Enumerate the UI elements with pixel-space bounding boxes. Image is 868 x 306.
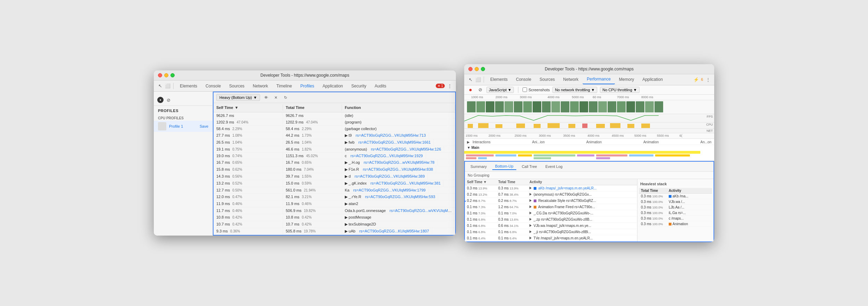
col-total-time[interactable]: Total Time bbox=[283, 104, 342, 111]
tab-timeline[interactable]: Timeline bbox=[272, 82, 296, 91]
tab-profiles[interactable]: Profiles bbox=[296, 82, 318, 91]
hs-row[interactable]: 0.3 ms 100.0% c /maps... bbox=[639, 216, 712, 221]
activity-row[interactable]: 0.1 ms 6.8% 0.3 ms 13.6% _.zp rs=ACT90oG… bbox=[465, 216, 637, 223]
tab-summary[interactable]: Summary bbox=[468, 163, 490, 170]
hs-row[interactable]: 0.3 ms 100.0% VJb.wa /... bbox=[639, 199, 712, 205]
tab-network[interactable]: Network bbox=[249, 82, 272, 91]
record-icon[interactable]: ● bbox=[467, 86, 474, 93]
table-row[interactable]: 11.7 ms 0.46% 506.9 ms 19.82% Oda.b.port… bbox=[214, 207, 455, 214]
tab-console[interactable]: Console bbox=[201, 82, 225, 91]
hs-row[interactable]: 0.3 ms 100.0% Animation bbox=[639, 221, 712, 227]
table-row[interactable]: 10.8 ms 0.42% 10.8 ms 0.42% ▶ postMessag… bbox=[214, 214, 455, 221]
table-row[interactable]: 14.3 ms 0.56% 39.7 ms 1.55% ▶ d rs=ACT90… bbox=[214, 173, 455, 180]
stop-record-icon[interactable]: ⊘ bbox=[477, 86, 484, 93]
expand-interactions-icon[interactable]: ▶ bbox=[467, 140, 470, 144]
table-row[interactable]: 1202.9 ms 47.04% 1202.9 ms 47.04% (progr… bbox=[214, 119, 455, 126]
right-tab-memory[interactable]: Memory bbox=[615, 75, 638, 84]
right-tab-console[interactable]: Console bbox=[512, 75, 535, 84]
table-row[interactable]: 12.0 ms 0.47% 82.1 ms 3.21% ▶ _.rYe.R rs… bbox=[214, 194, 455, 201]
hs-row[interactable]: 0.3 ms 100.0% aKb /ma... bbox=[639, 194, 712, 199]
right-maximize-button[interactable] bbox=[481, 67, 485, 71]
table-row[interactable]: 19.1 ms 0.75% 46.6 ms 1.82% (anonymous) … bbox=[214, 146, 455, 153]
sidebar-item-profile1[interactable]: Profile 1 Save bbox=[154, 121, 212, 132]
svg-rect-26 bbox=[534, 124, 541, 128]
right-tab-elements[interactable]: Elements bbox=[486, 75, 512, 84]
more-icon[interactable]: ⋮ bbox=[446, 83, 453, 90]
activity-row[interactable]: 0.1 ms 6.8% 0.1 ms 6.8% _.ji rs=ACT90oGq… bbox=[465, 229, 637, 235]
table-body: 9626.7 ms 9626.7 ms (idle) 1202.9 ms 47.… bbox=[214, 112, 455, 235]
maximize-button[interactable] bbox=[170, 73, 175, 77]
cursor-icon[interactable]: ↖ bbox=[157, 83, 164, 90]
activity-row[interactable]: 0.1 ms 6.4% 0.1 ms 6.4% TVe /maps//_js/k… bbox=[465, 235, 637, 241]
activity-row[interactable]: 0.1 ms 6.8% 0.6 ms 34.1% VJb.wa /maps//_… bbox=[465, 223, 637, 229]
error-badge: ✕ 1 bbox=[436, 84, 445, 88]
right-tab-performance[interactable]: Performance bbox=[583, 75, 615, 84]
close-button[interactable] bbox=[158, 73, 162, 77]
activity-row[interactable]: 0.2 ms 8.7% 0.2 ms 8.7% Recalculate Styl… bbox=[465, 198, 637, 204]
stop-button[interactable]: ⊘ bbox=[165, 96, 172, 103]
hs-total-header: Total Time bbox=[639, 188, 667, 193]
right-minimize-button[interactable] bbox=[475, 67, 479, 71]
col-function[interactable]: Function bbox=[342, 104, 455, 111]
table-row[interactable]: 12.7 ms 0.50% 561.0 ms 21.94% Ka rs=ACT9… bbox=[214, 187, 455, 194]
right-inspect-icon[interactable]: ⬜ bbox=[475, 76, 482, 83]
right-tab-network[interactable]: Network bbox=[559, 75, 583, 84]
eye-icon[interactable]: 👁 bbox=[262, 94, 270, 101]
table-row[interactable]: 58.4 ms 2.29% 58.4 ms 2.29% (garbage col… bbox=[214, 126, 455, 132]
timeline-overview: 1000 ms 2000 ms 3000 ms 4000 ms 5000 ms … bbox=[464, 95, 714, 133]
col-activity-header[interactable]: Activity bbox=[527, 179, 637, 185]
warning-icon[interactable]: ⚡ bbox=[693, 76, 700, 83]
tab-bottom-up[interactable]: Bottom-Up bbox=[492, 163, 516, 170]
table-row[interactable]: 11.9 ms 0.46% 11.9 ms 0.46% ▶ atan2 bbox=[214, 201, 455, 207]
activity-row[interactable]: 0.3 ms 13.9% 0.3 ms 13.9% aKb /maps/_js/… bbox=[465, 185, 637, 192]
right-tab-sources[interactable]: Sources bbox=[535, 75, 559, 84]
reload-icon[interactable]: ↻ bbox=[282, 94, 289, 101]
table-row[interactable]: 26.5 ms 1.04% 26.5 ms 1.04% ▶ fwb rs=ACT… bbox=[214, 139, 455, 146]
col-total-time-header[interactable]: Total Time bbox=[496, 179, 527, 185]
tab-audits[interactable]: Audits bbox=[370, 82, 390, 91]
close-filter-icon[interactable]: ✕ bbox=[272, 94, 279, 101]
inspect-icon[interactable]: ⬜ bbox=[164, 83, 171, 90]
right-close-button[interactable] bbox=[468, 67, 473, 71]
table-row[interactable]: 19.0 ms 0.74% 1151.3 ms 45.02% c rs=ACT9… bbox=[214, 153, 455, 159]
screenshots-checkbox[interactable]: Screenshots bbox=[523, 87, 550, 92]
right-more-icon[interactable]: ⋮ bbox=[704, 76, 711, 83]
right-tab-application[interactable]: Application bbox=[638, 75, 667, 84]
record-button[interactable]: ● bbox=[157, 97, 164, 103]
expand-icon bbox=[529, 187, 532, 189]
table-row[interactable]: 16.7 ms 0.65% 16.7 ms 0.65% ▶ _.H.og rs=… bbox=[214, 159, 455, 166]
screenshots-check[interactable] bbox=[523, 87, 527, 92]
hs-row[interactable]: 0.3 ms 100.0% LJb.Aa /... bbox=[639, 205, 712, 210]
table-row[interactable]: 9626.7 ms 9626.7 ms (idle) bbox=[214, 112, 455, 119]
expand-icon bbox=[529, 199, 532, 202]
col-self-time-header[interactable]: Self Time ▼ bbox=[465, 179, 496, 185]
tab-elements[interactable]: Elements bbox=[176, 82, 201, 91]
activity-row[interactable]: 0.1 ms 7.0% 0.1 ms 7.0% _.CG.Da rs=ACT90… bbox=[465, 210, 637, 216]
col-self-time[interactable]: Self Time ▼ bbox=[214, 104, 283, 111]
table-row[interactable]: 10.7 ms 0.42% 10.7 ms 0.42% ▶ texSubImag… bbox=[214, 221, 455, 228]
hs-row[interactable]: 0.3 ms 100.0% iL.Ga rs=... bbox=[639, 210, 712, 216]
tab-call-tree[interactable]: Call Tree bbox=[519, 163, 540, 170]
expand-icon bbox=[529, 205, 532, 208]
table-row[interactable]: 27.7 ms 1.08% 44.2 ms 1.73% ▶ t9 rs=ACT9… bbox=[214, 132, 455, 139]
cpu-throttle-select[interactable]: No CPU throttling ▼ bbox=[600, 87, 639, 93]
tab-security[interactable]: Security bbox=[347, 82, 370, 91]
table-row[interactable]: 9.3 ms 0.36% 505.8 ms 19.78% ▶ uAb rs=AC… bbox=[214, 228, 455, 235]
save-button[interactable]: Save bbox=[200, 124, 208, 128]
tab-event-log[interactable]: Event Log bbox=[543, 163, 566, 170]
chevron-down-icon: ▼ bbox=[253, 95, 257, 100]
activity-row[interactable]: 0.1 ms 7.3% 1.2 ms 64.7% Animation Frame… bbox=[465, 204, 637, 210]
tab-sources[interactable]: Sources bbox=[225, 82, 249, 91]
expand-icon bbox=[529, 212, 532, 214]
activity-row[interactable]: 0.2 ms 13.2% 0.7 ms 38.4% (anonymous) rs… bbox=[465, 192, 637, 198]
tab-application[interactable]: Application bbox=[318, 82, 347, 91]
sort-icon: ▼ bbox=[235, 105, 239, 110]
filter-dropdown[interactable]: Heavy (Bottom Up) ▼ bbox=[216, 94, 260, 101]
minimize-button[interactable] bbox=[164, 73, 168, 77]
network-throttle-select[interactable]: No network throttling ▼ bbox=[552, 87, 597, 93]
js-select[interactable]: JavaScript ▼ bbox=[486, 87, 514, 93]
svg-rect-33 bbox=[641, 124, 650, 128]
table-row[interactable]: 13.2 ms 0.52% 15.0 ms 0.59% ▶ _.gK.index… bbox=[214, 180, 455, 187]
right-cursor-icon[interactable]: ↖ bbox=[467, 76, 474, 83]
table-row[interactable]: 15.8 ms 0.62% 180.0 ms 7.04% ▶ F1e.R rs=… bbox=[214, 166, 455, 173]
